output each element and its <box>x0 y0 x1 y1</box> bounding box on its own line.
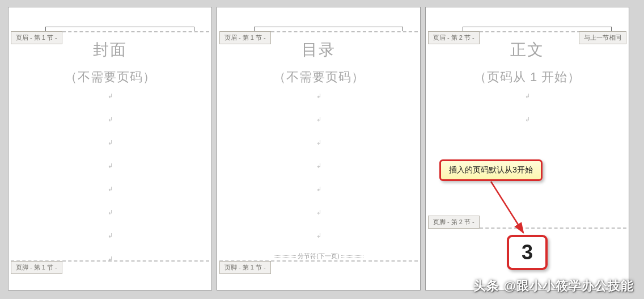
header-rule <box>45 27 194 31</box>
page-body: 页眉 - 第 2 节 - 与上一节相同 正文 （页码从 1 开始） ↲↲ 插入的… <box>425 7 629 290</box>
arrow-icon <box>488 179 533 241</box>
footer-section-tag: 页脚 - 第 1 节 - <box>219 261 271 274</box>
page-content: 正文 （页码从 1 开始） <box>426 39 629 86</box>
page-subtitle: （不需要页码） <box>217 69 420 86</box>
paragraph-marks: ↲↲↲↲↲↲↲ <box>217 92 420 239</box>
page-subtitle: （不需要页码） <box>9 69 211 86</box>
page-toc: 页眉 - 第 1 节 - 目录 （不需要页码） ↲↲↲↲↲↲↲ 分节符(下一页)… <box>217 7 421 290</box>
page-title: 正文 <box>426 39 629 61</box>
page-content: 封面 （不需要页码） <box>9 39 211 86</box>
section-break-label: 分节符(下一页) <box>298 252 339 260</box>
header-rule <box>254 27 403 31</box>
page-title: 封面 <box>9 39 211 61</box>
footer-section-tag: 页脚 - 第 1 节 - <box>11 261 62 274</box>
watermark-text: 头条 @跟小小筱学办公技能 <box>473 277 634 294</box>
page-number-highlight: 3 <box>507 235 548 270</box>
footer-section-tag: 页脚 - 第 2 节 - <box>428 216 480 229</box>
annotation-callout: 插入的页码默认从3开始 <box>439 159 543 181</box>
page-subtitle: （页码从 1 开始） <box>426 69 629 86</box>
page-number: 3 <box>522 241 533 264</box>
paragraph-marks: ↲↲↲↲↲↲↲↲ <box>9 92 211 263</box>
section-break: 分节符(下一页) <box>217 252 420 260</box>
page-content: 目录 （不需要页码） <box>217 39 420 86</box>
svg-line-0 <box>491 182 523 233</box>
header-rule <box>463 27 612 31</box>
page-cover: 页眉 - 第 1 节 - 封面 （不需要页码） ↲↲↲↲↲↲↲↲ 页脚 - 第 … <box>8 7 212 290</box>
paragraph-marks: ↲↲ <box>426 92 629 123</box>
page-title: 目录 <box>217 39 420 61</box>
